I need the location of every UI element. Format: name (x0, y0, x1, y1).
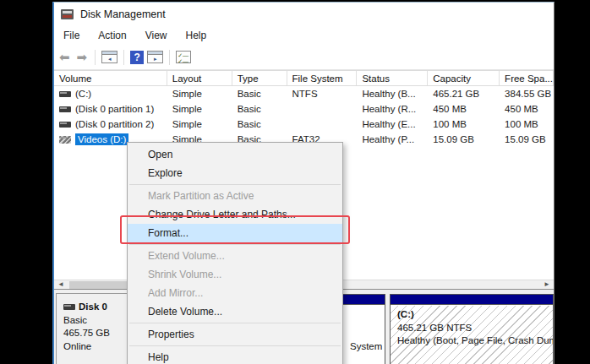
freespace-cell: 100 MB (500, 117, 554, 132)
column-header-type[interactable]: Type (232, 71, 287, 85)
disk-status: Online (63, 340, 134, 354)
disk-type: Basic (63, 314, 134, 328)
partition-color-bar (391, 295, 553, 305)
toolbar-separator (169, 50, 170, 65)
menu-item-extend-volume: Extend Volume... (128, 247, 342, 265)
drive-icon (59, 91, 71, 97)
partition-block-c[interactable]: (C:) 465.21 GB NTFS Healthy (Boot, Page … (390, 294, 554, 364)
menu-action[interactable]: Action (89, 28, 135, 43)
menu-item-add-mirror: Add Mirror... (128, 284, 342, 302)
freespace-cell: 450 MB (500, 101, 554, 117)
capacity-cell: 15.09 GB (428, 132, 500, 147)
volume-list-header: Volume Layout Type File System Status Ca… (54, 71, 554, 86)
table-row-partition-1[interactable]: (Disk 0 partition 1) Simple Basic Health… (54, 101, 554, 117)
layout-cell: Simple (167, 101, 232, 117)
type-cell: Basic (232, 117, 287, 132)
menu-separator (129, 244, 341, 245)
menu-item-help[interactable]: Help (128, 348, 342, 364)
type-cell: Basic (232, 101, 287, 117)
drive-icon-selected (59, 136, 71, 144)
context-menu: Open Explore Mark Partition as Active Ch… (127, 142, 343, 364)
menu-file[interactable]: File (54, 28, 89, 43)
window-title: Disk Management (80, 8, 166, 20)
capacity-cell: 100 MB (428, 117, 500, 132)
scroll-right-icon[interactable]: ► (540, 280, 554, 289)
capacity-cell: 450 MB (428, 101, 500, 117)
menu-item-change-drive-letter[interactable]: Change Drive Letter and Paths... (128, 205, 342, 224)
volume-name-selected: Videos (D:) (75, 133, 128, 145)
disk-size: 465.75 GB (63, 327, 134, 340)
filesystem-cell (287, 117, 358, 132)
filesystem-cell: NTFS (287, 86, 358, 101)
disk0-info-panel[interactable]: Disk 0 Basic 465.75 GB Online (56, 293, 134, 364)
status-cell: Healthy (E... (357, 117, 428, 132)
menu-item-shrink-volume: Shrink Volume... (128, 265, 342, 284)
drive-icon (59, 122, 71, 128)
menu-item-delete-volume[interactable]: Delete Volume... (128, 302, 342, 321)
status-cell: Healthy (B... (357, 86, 428, 101)
status-cell: Healthy (P... (357, 132, 428, 147)
menu-separator (129, 345, 341, 346)
layout-cell: Simple (167, 86, 232, 101)
partition-status-text: System (350, 340, 385, 354)
disk-icon (63, 304, 75, 310)
partition-status: Healthy (Boot, Page File, Crash Dump (397, 334, 553, 348)
menu-item-explore[interactable]: Explore (128, 164, 342, 182)
column-header-freespace[interactable]: Free Spa... (500, 71, 554, 85)
menu-item-properties[interactable]: Properties (128, 325, 342, 344)
toolbar-separator (123, 50, 124, 65)
layout-cell: Simple (167, 117, 232, 132)
toolbar-separator (95, 50, 96, 65)
status-cell: Healthy (R... (357, 101, 428, 117)
column-header-capacity[interactable]: Capacity (428, 71, 500, 85)
column-header-filesystem[interactable]: File System (287, 71, 358, 85)
menu-item-mark-partition-active: Mark Partition as Active (128, 187, 342, 205)
menu-separator (129, 184, 341, 185)
table-row-partition-2[interactable]: (Disk 0 partition 2) Simple Basic Health… (54, 117, 554, 132)
forward-icon[interactable]: ➡ (75, 51, 90, 63)
column-header-layout[interactable]: Layout (167, 71, 232, 85)
column-header-status[interactable]: Status (357, 71, 428, 85)
freespace-cell: 384.55 GB (500, 86, 554, 101)
title-bar: Disk Management (54, 3, 554, 26)
menu-item-format[interactable]: Format... (128, 224, 342, 242)
disk-management-window: Disk Management File Action View Help ⬅ … (52, 2, 554, 364)
action-pane-icon[interactable]: ▸ (147, 51, 163, 63)
column-header-volume[interactable]: Volume (54, 71, 167, 85)
toolbar: ⬅ ➡ ◂ ? ▸ ✓— ✓— (54, 45, 554, 70)
volume-name: (Disk 0 partition 2) (75, 119, 154, 129)
screenshot-canvas: Disk Management File Action View Help ⬅ … (0, 0, 590, 364)
menu-item-open[interactable]: Open (128, 145, 342, 164)
disk-name: Disk 0 (79, 301, 107, 314)
back-icon[interactable]: ⬅ (57, 51, 72, 63)
menu-bar: File Action View Help (54, 26, 554, 45)
properties-list-icon[interactable]: ✓— ✓— (176, 51, 191, 63)
help-icon[interactable]: ? (130, 51, 144, 64)
filesystem-cell (287, 101, 358, 117)
partition-name: (C:) (397, 308, 553, 322)
partition-size: 465.21 GB NTFS (397, 322, 553, 335)
disk-management-app-icon (61, 9, 74, 19)
table-row-c-drive[interactable]: (C:) Simple Basic NTFS Healthy (B... 465… (54, 86, 554, 101)
menu-view[interactable]: View (136, 28, 177, 43)
volume-name: (C:) (75, 89, 91, 99)
volume-name: (Disk 0 partition 1) (75, 104, 154, 114)
menu-help[interactable]: Help (177, 28, 216, 43)
freespace-cell: 15.09 GB (500, 132, 554, 147)
type-cell: Basic (232, 86, 287, 101)
menu-separator (129, 323, 341, 323)
drive-icon (59, 106, 71, 112)
scroll-left-icon[interactable]: ◄ (54, 280, 68, 289)
capacity-cell: 465.21 GB (428, 86, 500, 101)
console-tree-icon[interactable]: ◂ (101, 51, 117, 63)
